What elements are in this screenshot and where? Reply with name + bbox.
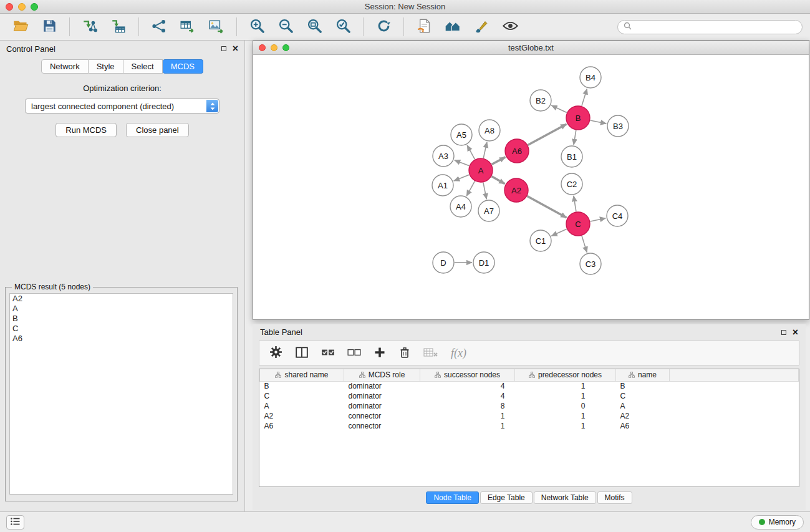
node-A1[interactable]: A1 [432,175,453,196]
table-row[interactable]: Bdominator41B [260,381,799,391]
mcds-result-item[interactable]: A2 [10,294,233,304]
node-B1[interactable]: B1 [561,146,582,167]
network-canvas[interactable]: B4B2BB3A5A8A6A3B1AA1C2A2A4A7CC4C1C3DD1 [253,56,809,319]
memory-button[interactable]: Memory [751,515,804,530]
cell[interactable]: connector [344,411,420,421]
node-B2[interactable]: B2 [530,90,551,111]
cell[interactable]: 4 [420,381,515,391]
mcds-result-item[interactable]: A [10,304,233,314]
network-close-button[interactable] [259,44,266,51]
column-header-successor-nodes[interactable]: successor nodes [420,369,515,381]
document-arrow-button[interactable] [411,15,437,39]
cell[interactable]: connector [344,421,420,431]
node-A[interactable]: A [469,158,493,182]
node-B4[interactable]: B4 [580,67,601,88]
close-table-panel-icon[interactable]: × [793,327,798,337]
delete-table-button[interactable] [423,343,438,363]
search-input[interactable] [635,22,796,31]
node-A2[interactable]: A2 [504,178,528,202]
tab-mcds[interactable]: MCDS [163,59,203,74]
cell[interactable]: 1 [420,411,515,421]
edge-A-A4[interactable] [466,181,475,196]
network-zoom-button[interactable] [282,44,289,51]
cell[interactable]: A2 [616,411,670,421]
node-A4[interactable]: A4 [450,196,471,217]
node-C2[interactable]: C2 [561,173,582,195]
network-graph[interactable]: B4B2BB3A5A8A6A3B1AA1C2A2A4A7CC4C1C3DD1 [253,56,809,319]
close-window-button[interactable] [6,3,13,11]
node-D[interactable]: D [433,252,454,273]
export-table-button[interactable] [175,15,201,39]
cell[interactable]: 1 [515,411,616,421]
cell[interactable]: B [260,381,344,391]
cell[interactable]: B [616,381,670,391]
minimize-window-button[interactable] [18,3,26,11]
edge-C-C1[interactable] [551,229,566,236]
zoom-selected-button[interactable] [330,15,356,39]
close-panel-button[interactable]: Close panel [126,123,189,137]
edge-A-A2[interactable] [491,177,504,184]
save-session-button[interactable] [36,15,62,39]
cell[interactable]: A [616,401,670,411]
node-B[interactable]: B [566,106,590,130]
delete-column-button[interactable] [398,343,411,363]
mcds-result-item[interactable]: C [10,324,233,334]
tab-edge-table[interactable]: Edge Table [480,491,533,504]
home-button[interactable] [440,15,466,39]
column-header-predecessor-nodes[interactable]: predecessor nodes [515,369,616,381]
node-C1[interactable]: C1 [530,230,551,251]
cell[interactable]: dominator [344,391,420,401]
refresh-view-button[interactable] [370,15,397,39]
cell[interactable]: 8 [420,401,515,411]
edge-A2-C[interactable] [528,196,567,218]
network-minimize-button[interactable] [271,44,277,51]
zoom-fit-button[interactable] [301,15,327,39]
node-A7[interactable]: A7 [478,200,499,221]
float-table-panel-button[interactable] [781,330,786,335]
node-table[interactable]: shared nameMCDS rolesuccessor nodesprede… [259,369,799,487]
edge-B-B2[interactable] [551,105,567,113]
column-header-MCDS-role[interactable]: MCDS role [344,369,420,381]
mcds-result-item[interactable]: A6 [10,334,233,344]
table-settings-button[interactable] [269,343,282,363]
mcds-result-item[interactable]: B [10,314,233,324]
node-A5[interactable]: A5 [451,124,472,145]
task-history-button[interactable] [6,515,24,530]
mcds-result-list[interactable]: A2ABCA6 [9,293,233,495]
float-panel-button[interactable] [221,46,226,51]
run-mcds-button[interactable]: Run MCDS [55,123,117,137]
zoom-in-button[interactable] [244,15,270,39]
zoom-out-button[interactable] [272,15,299,39]
close-panel-icon[interactable]: × [233,44,238,54]
edge-A-A7[interactable] [483,183,486,200]
cell[interactable]: 0 [515,401,616,411]
node-C4[interactable]: C4 [607,205,628,226]
optimization-criterion-select[interactable]: largest connected component (directed) [25,99,219,114]
import-network-button[interactable] [77,15,103,39]
node-C3[interactable]: C3 [580,253,601,274]
show-hide-button[interactable] [497,15,523,39]
node-D1[interactable]: D1 [473,252,494,273]
cell[interactable]: A [260,401,344,411]
search-box[interactable] [617,20,803,34]
cell[interactable]: 1 [515,381,616,391]
import-table-button[interactable] [105,15,132,39]
cell[interactable]: A6 [260,421,344,431]
fullscreen-window-button[interactable] [31,3,38,11]
edge-C-C4[interactable] [591,218,606,221]
node-C[interactable]: C [566,212,590,236]
edge-B-B3[interactable] [591,120,607,123]
cell[interactable]: 1 [420,421,515,431]
tab-style[interactable]: Style [89,59,123,74]
column-header-shared-name[interactable]: shared name [260,369,344,381]
cell[interactable]: 1 [515,421,616,431]
node-B3[interactable]: B3 [607,115,629,137]
cell[interactable]: dominator [344,401,420,411]
edge-A6-B[interactable] [528,124,567,145]
cell[interactable]: 1 [515,391,616,401]
table-row[interactable]: A2connector11A2 [260,411,799,421]
edge-A-A8[interactable] [483,142,487,158]
cell[interactable]: C [616,391,670,401]
edge-A-A3[interactable] [455,160,470,166]
table-row[interactable]: Adominator80A [260,401,799,411]
